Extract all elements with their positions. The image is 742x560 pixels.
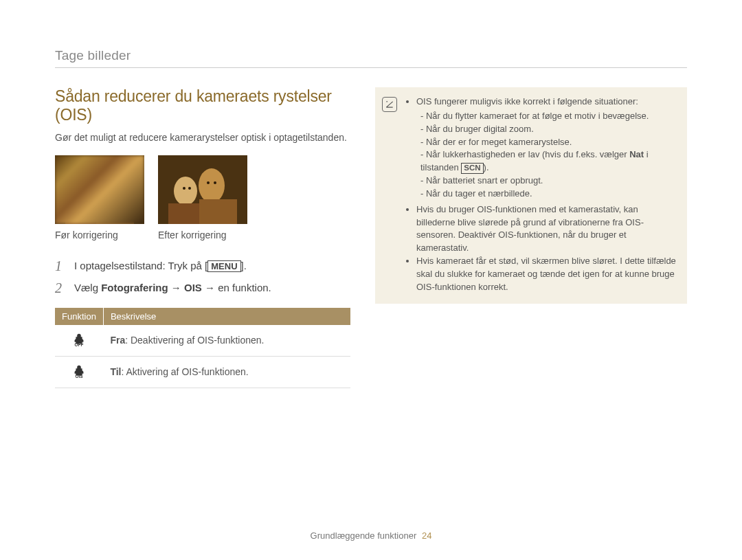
footer-section-name: Grundlæggende funktioner xyxy=(311,530,417,541)
table-cell-off-desc: Fra: Deaktivering af OIS-funktionen. xyxy=(103,325,350,357)
svg-point-6 xyxy=(174,177,197,205)
photo-after-correction xyxy=(158,155,247,224)
step-1: 1 I optagelsestilstand: Tryk på [MENU]. xyxy=(55,258,350,273)
note-sub-4: Når lukkerhastigheden er lav (hvis du f.… xyxy=(420,148,677,175)
section-title: Tage billeder xyxy=(55,48,687,68)
caption-after: Efter korrigering xyxy=(158,229,247,240)
photo-before-correction xyxy=(55,155,144,224)
caption-before: Før korrigering xyxy=(55,229,144,240)
table-row: OFF Fra: Deaktivering af OIS-funktionen. xyxy=(55,325,350,357)
svg-rect-4 xyxy=(96,198,134,224)
note-sub-3: Når der er for meget kamerarystelse. xyxy=(420,136,677,149)
svg-point-9 xyxy=(188,187,191,190)
table-cell-on-desc: Til: Aktivering af OIS-funktionen. xyxy=(103,356,350,388)
svg-point-1 xyxy=(70,176,95,206)
note-box: OIS fungerer muligvis ikke korrekt i føl… xyxy=(375,87,687,304)
page-number: 24 xyxy=(422,530,431,541)
note-sub-1: Når du flytter kameraet for at følge et … xyxy=(420,110,677,123)
note-icon xyxy=(382,97,397,112)
svg-rect-0 xyxy=(55,155,144,224)
svg-point-8 xyxy=(183,187,186,190)
page-footer: Grundlæggende funktioner 24 xyxy=(0,530,742,541)
step-number-2: 2 xyxy=(55,280,66,295)
svg-rect-13 xyxy=(199,199,237,224)
note-bullet-3: Hvis kameraet får et stød, vil skærmen b… xyxy=(416,255,677,294)
note-sub-5: Når batteriet snart er opbrugt. xyxy=(420,175,677,188)
step-2: 2 Vælg Fotografering → OIS → en funktion… xyxy=(55,280,350,295)
note-bullet-1: OIS fungerer muligvis ikke korrekt i føl… xyxy=(416,96,677,201)
note-sub-2: Når du bruger digital zoom. xyxy=(420,123,677,136)
left-column: Sådan reducerer du kameraets rystelser (… xyxy=(55,87,350,388)
example-images-row xyxy=(55,155,350,224)
ois-off-icon: OFF xyxy=(55,325,103,357)
note-list: OIS fungerer muligvis ikke korrekt i føl… xyxy=(404,96,677,294)
menu-button-label: MENU xyxy=(207,260,240,273)
table-header-description: Beskrivelse xyxy=(103,308,350,325)
note-sub-6: Når du tager et nærbillede. xyxy=(420,188,677,201)
step-1-text: I optagelsestilstand: Tryk på [MENU]. xyxy=(74,258,247,273)
steps-list: 1 I optagelsestilstand: Tryk på [MENU]. … xyxy=(55,258,350,295)
step-number-1: 1 xyxy=(55,258,66,273)
svg-text:OIS: OIS xyxy=(76,374,84,379)
table-header-function: Funktion xyxy=(55,308,103,325)
svg-text:OFF: OFF xyxy=(75,342,84,347)
svg-point-10 xyxy=(207,181,210,184)
two-column-layout: Sådan reducerer du kameraets rystelser (… xyxy=(55,87,687,388)
table-row: OIS Til: Aktivering af OIS-funktionen. xyxy=(55,356,350,388)
right-column: OIS fungerer muligvis ikke korrekt i føl… xyxy=(375,87,687,388)
svg-point-11 xyxy=(214,181,216,184)
svg-point-2 xyxy=(95,168,122,203)
svg-rect-12 xyxy=(168,203,203,224)
scn-mode-label: SCN xyxy=(461,163,483,174)
svg-rect-3 xyxy=(65,202,100,224)
svg-point-7 xyxy=(199,168,225,203)
ois-on-icon: OIS xyxy=(55,356,103,388)
main-heading: Sådan reducerer du kameraets rystelser (… xyxy=(55,87,350,124)
captions-row: Før korrigering Efter korrigering xyxy=(55,229,350,240)
note-bullet-2: Hvis du bruger OIS-funktionen med et kam… xyxy=(416,203,677,255)
intro-paragraph: Gør det muligt at reducere kamerarystels… xyxy=(55,131,350,144)
function-table: Funktion Beskrivelse OFF Fra: Deaktiveri… xyxy=(55,308,350,388)
step-2-text: Vælg Fotografering → OIS → en funktion. xyxy=(74,280,271,295)
